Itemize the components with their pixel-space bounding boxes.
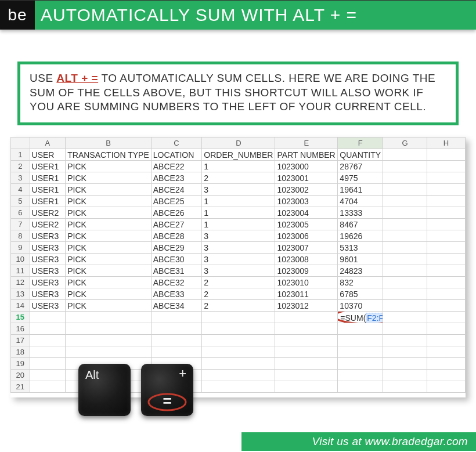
cell[interactable]: PICK [66, 219, 152, 230]
cell[interactable] [383, 312, 427, 323]
cell[interactable]: 3 [202, 242, 275, 254]
cell[interactable]: USER2 [30, 207, 66, 219]
cell[interactable]: 24823 [338, 265, 383, 277]
cell[interactable] [338, 381, 383, 393]
cell[interactable] [275, 370, 338, 381]
cell[interactable] [427, 172, 465, 184]
cell[interactable]: 1023006 [275, 230, 338, 242]
cell[interactable]: 3 [202, 254, 275, 265]
row-header[interactable]: 21 [11, 381, 30, 393]
cell[interactable] [151, 323, 202, 335]
cell[interactable]: TRANSACTION TYPE [66, 149, 152, 161]
cell[interactable]: 1023012 [275, 300, 338, 312]
cell[interactable]: 4704 [338, 196, 383, 207]
cell[interactable]: 1 [202, 196, 275, 207]
cell[interactable] [383, 161, 427, 172]
cell[interactable] [202, 335, 275, 346]
cell[interactable] [202, 358, 275, 370]
cell[interactable]: USER1 [30, 161, 66, 172]
cell[interactable]: 3 [202, 230, 275, 242]
cell[interactable] [383, 300, 427, 312]
cell[interactable] [427, 196, 465, 207]
cell[interactable] [427, 335, 465, 346]
cell[interactable] [202, 381, 275, 393]
cell[interactable] [30, 335, 66, 346]
cell[interactable] [383, 381, 427, 393]
cell[interactable] [383, 196, 427, 207]
cell[interactable]: 8467 [338, 219, 383, 230]
cell[interactable]: ABCE27 [151, 219, 202, 230]
row-header[interactable]: 5 [11, 196, 30, 207]
cell[interactable]: 1023008 [275, 254, 338, 265]
cell[interactable] [275, 335, 338, 346]
formula-editor[interactable]: =SUM(F2:F14) [338, 312, 383, 323]
cell[interactable]: PICK [66, 161, 152, 172]
row-header[interactable]: 3 [11, 172, 30, 184]
cell[interactable]: USER3 [30, 254, 66, 265]
cell[interactable]: USER3 [30, 288, 66, 300]
cell[interactable] [66, 312, 152, 323]
row-header[interactable]: 10 [11, 254, 30, 265]
cell[interactable] [427, 230, 465, 242]
row-header[interactable]: 18 [11, 346, 30, 358]
cell[interactable] [338, 346, 383, 358]
cell[interactable] [30, 370, 66, 381]
cell[interactable] [275, 381, 338, 393]
cell[interactable] [275, 358, 338, 370]
cell[interactable]: ABCE31 [151, 265, 202, 277]
cell[interactable] [151, 335, 202, 346]
cell[interactable]: 28767 [338, 161, 383, 172]
cell[interactable] [338, 370, 383, 381]
cell[interactable] [383, 254, 427, 265]
cell[interactable]: 832 [338, 277, 383, 288]
cell[interactable]: ABCE32 [151, 277, 202, 288]
cell[interactable] [383, 288, 427, 300]
cell[interactable] [427, 277, 465, 288]
cell[interactable]: 1023007 [275, 242, 338, 254]
cell[interactable]: USER3 [30, 230, 66, 242]
cell[interactable] [383, 149, 427, 161]
cell[interactable]: PICK [66, 207, 152, 219]
cell[interactable] [427, 254, 465, 265]
cell[interactable]: ORDER_NUMBER [202, 149, 275, 161]
cell[interactable] [427, 288, 465, 300]
cell[interactable] [338, 323, 383, 335]
cell[interactable] [202, 346, 275, 358]
cell[interactable]: PICK [66, 184, 152, 196]
cell[interactable]: ABCE26 [151, 207, 202, 219]
cell[interactable]: 6785 [338, 288, 383, 300]
row-header[interactable]: 9 [11, 242, 30, 254]
cell[interactable] [383, 277, 427, 288]
cell[interactable]: 1023005 [275, 219, 338, 230]
cell[interactable]: 2 [202, 288, 275, 300]
cell[interactable]: 9601 [338, 254, 383, 265]
cell[interactable] [338, 335, 383, 346]
cell[interactable]: PICK [66, 277, 152, 288]
cell[interactable]: 1023004 [275, 207, 338, 219]
cell[interactable]: 1023000 [275, 161, 338, 172]
cell[interactable] [383, 184, 427, 196]
cell[interactable] [30, 358, 66, 370]
cell[interactable]: ABCE28 [151, 230, 202, 242]
cell[interactable]: 1023010 [275, 277, 338, 288]
cell[interactable]: 1023011 [275, 288, 338, 300]
cell[interactable]: ABCE34 [151, 300, 202, 312]
cell[interactable]: USER3 [30, 242, 66, 254]
cell[interactable] [383, 346, 427, 358]
cell[interactable] [30, 381, 66, 393]
row-header[interactable]: 20 [11, 370, 30, 381]
cell[interactable]: ABCE30 [151, 254, 202, 265]
column-header-F[interactable]: F [338, 138, 383, 149]
cell[interactable]: LOCATION [151, 149, 202, 161]
cell[interactable]: PICK [66, 230, 152, 242]
cell[interactable]: ABCE29 [151, 242, 202, 254]
cell[interactable] [30, 323, 66, 335]
row-header[interactable]: 1 [11, 149, 30, 161]
cell[interactable] [275, 346, 338, 358]
cell[interactable] [383, 230, 427, 242]
cell[interactable]: ABCE25 [151, 196, 202, 207]
cell[interactable] [427, 358, 465, 370]
cell[interactable] [202, 312, 275, 323]
cell[interactable] [275, 312, 338, 323]
cell[interactable] [383, 323, 427, 335]
